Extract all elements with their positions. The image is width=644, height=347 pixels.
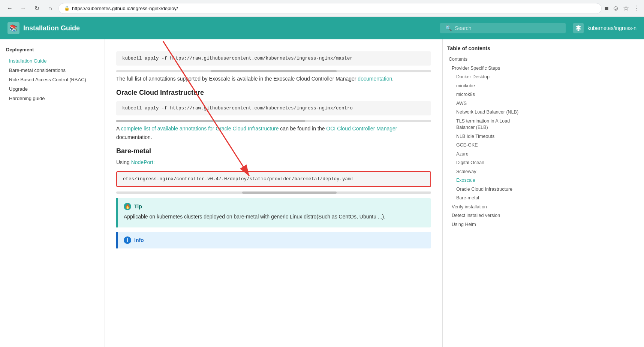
nav-search[interactable]: 🔍 [440, 23, 566, 33]
content-wrapper: Deployment Installation Guide Bare-metal… [0, 39, 644, 347]
profile-icon[interactable]: ☺ [613, 4, 619, 12]
extensions-icon[interactable]: ■ [605, 4, 609, 12]
nav-brand-icon [573, 23, 584, 33]
toc-nlb-idle[interactable]: NLB Idle Timeouts [447, 132, 524, 141]
nav-title: Installation Guide [23, 24, 80, 32]
code-block-exoscale: kubectl apply -f https://raw.githubuserc… [116, 51, 431, 66]
sidebar-section-title: Deployment [6, 47, 99, 52]
tip-header: 🔥 Tip [124, 203, 425, 210]
text-oci: A complete list of available annotations… [116, 124, 431, 141]
toc-azure[interactable]: Azure [447, 150, 524, 159]
toc-tls[interactable]: TLS termination in A Load Balancer (ELB) [447, 117, 524, 132]
section-bare-metal: Bare-metal [116, 147, 431, 155]
info-title: Info [134, 237, 144, 243]
nav-repo-label: kubernetes/ingress-n [587, 25, 637, 31]
toc-aws[interactable]: AWS [447, 99, 524, 108]
home-button[interactable]: ⌂ [45, 3, 55, 13]
browser-icons: ■ ☺ ☆ ⋮ [605, 4, 640, 12]
text-nodeport: Using NodePort: [116, 158, 431, 166]
forward-button[interactable]: → [18, 3, 28, 13]
toc-minikube[interactable]: minikube [447, 82, 524, 91]
sidebar-item-bare-metal[interactable]: Bare-metal considerations [6, 66, 99, 75]
info-icon: i [124, 236, 131, 244]
search-input[interactable] [455, 25, 560, 31]
tip-icon: 🔥 [124, 203, 131, 210]
code-block-oci: kubectl apply -f https://raw.githubuserc… [116, 101, 431, 115]
toc-nlb[interactable]: Network Load Balancer (NLB) [447, 108, 524, 117]
code-text-oci: kubectl apply -f https://raw.githubuserc… [122, 106, 353, 111]
toc-baremetal[interactable]: Bare-metal [447, 194, 524, 203]
address-bar[interactable]: 🔒 https://kubernetes.github.io/ingress-n… [58, 3, 602, 14]
tip-text: Applicable on kubernetes clusters deploy… [124, 212, 425, 221]
link-nodeport[interactable]: NodePort: [131, 159, 155, 165]
tip-box: 🔥 Tip Applicable on kubernetes clusters … [116, 198, 431, 227]
code-text-baremetal: etes/ingress-nginx/controller-v0.47.0/de… [123, 176, 353, 182]
scrollbar-exoscale[interactable] [116, 70, 431, 72]
top-nav: 📚 Installation Guide 🔍 kubernetes/ingres… [0, 17, 644, 39]
toc-exoscale[interactable]: Exoscale [447, 176, 524, 185]
toc-oracle[interactable]: Oracle Cloud Infrastructure [447, 185, 524, 194]
nav-right: kubernetes/ingress-n [573, 23, 637, 33]
settings-icon[interactable]: ⋮ [633, 4, 640, 12]
toc-helm[interactable]: Using Helm [447, 220, 524, 229]
scrollbar-oci[interactable] [116, 120, 431, 122]
right-sidebar: Table of contents Contents Provider Spec… [442, 39, 529, 347]
search-icon: 🔍 [445, 25, 452, 31]
url-text: https://kubernetes.github.io/ingress-ngi… [72, 6, 178, 11]
link-oci-manager[interactable]: OCI Cloud Controller Manager [326, 126, 397, 132]
info-box: i Info [116, 232, 431, 248]
toc-contents[interactable]: Contents [447, 55, 524, 64]
toc-provider-specific[interactable]: Provider Specific Steps [447, 64, 524, 73]
left-sidebar: Deployment Installation Guide Bare-metal… [0, 39, 105, 347]
back-button[interactable]: ← [4, 3, 15, 13]
lock-icon: 🔒 [64, 6, 70, 11]
info-header: i Info [124, 236, 425, 244]
toc-digital-ocean[interactable]: Digital Ocean [447, 159, 524, 168]
main-content: kubectl apply -f https://raw.githubuserc… [105, 39, 442, 347]
sidebar-item-installation-guide[interactable]: Installation Guide [6, 56, 99, 66]
code-block-baremetal: etes/ingress-nginx/controller-v0.47.0/de… [116, 171, 431, 187]
scrollbar-baremetal[interactable] [116, 191, 431, 194]
tip-title: Tip [134, 203, 142, 209]
toc-title: Table of contents [447, 45, 524, 51]
toc-docker-desktop[interactable]: Docker Desktop [447, 73, 524, 82]
code-text-exoscale: kubectl apply -f https://raw.githubuserc… [122, 56, 353, 61]
page-layout: 📚 Installation Guide 🔍 kubernetes/ingres… [0, 17, 644, 347]
toc-microk8s[interactable]: microk8s [447, 90, 524, 99]
nav-logo: 📚 Installation Guide [7, 22, 80, 34]
link-exoscale-docs[interactable]: documentation [358, 76, 392, 82]
text-exoscale: The full list of annotations supported b… [116, 75, 431, 83]
reload-button[interactable]: ↻ [31, 3, 42, 13]
link-oci-annotations[interactable]: complete list of available annotations f… [121, 126, 279, 132]
content-area-wrapper: kubectl apply -f https://raw.githubuserc… [105, 39, 644, 347]
toc-gce-gke[interactable]: GCE-GKE [447, 141, 524, 150]
bookmark-icon[interactable]: ☆ [623, 4, 629, 12]
toc-scaleway[interactable]: Scaleway [447, 168, 524, 176]
nav-logo-icon: 📚 [7, 22, 19, 34]
sidebar-item-rbac[interactable]: Role Based Access Control (RBAC) [6, 75, 99, 84]
browser-chrome: ← → ↻ ⌂ 🔒 https://kubernetes.github.io/i… [0, 0, 644, 17]
sidebar-item-upgrade[interactable]: Upgrade [6, 84, 99, 94]
toc-verify[interactable]: Verify installation [447, 203, 524, 212]
sidebar-item-hardening[interactable]: Hardening guide [6, 94, 99, 103]
toc-detect-version[interactable]: Detect installed version [447, 211, 524, 220]
section-oci: Oracle Cloud Infrastructure [116, 89, 431, 97]
